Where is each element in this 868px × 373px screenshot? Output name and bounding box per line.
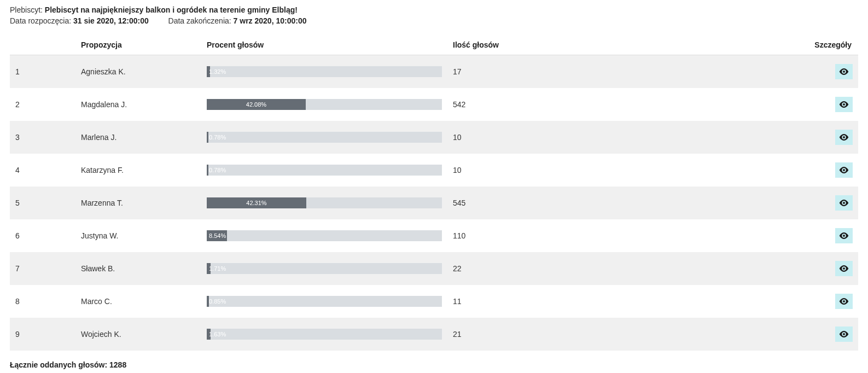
- total-votes: Łącznie oddanych głosów: 1288: [10, 360, 858, 369]
- row-details-cell: [809, 186, 858, 219]
- row-details-cell: [809, 154, 858, 186]
- progress-bar: 8.54%: [207, 230, 442, 241]
- row-rank: 6: [10, 219, 75, 252]
- total-value: 1288: [109, 360, 126, 369]
- row-rank: 1: [10, 55, 75, 89]
- row-votes: 22: [447, 252, 809, 285]
- results-table: Propozycja Procent głosów Ilość głosów S…: [10, 35, 858, 351]
- details-button[interactable]: [835, 327, 853, 342]
- progress-bar-label: 0.85%: [209, 298, 226, 305]
- total-label: Łącznie oddanych głosów:: [10, 360, 107, 369]
- row-percent-cell: 42.31%: [201, 186, 447, 219]
- row-details-cell: [809, 121, 858, 154]
- row-details-cell: [809, 88, 858, 121]
- details-button[interactable]: [835, 64, 853, 79]
- row-rank: 4: [10, 154, 75, 186]
- details-button[interactable]: [835, 162, 853, 178]
- progress-bar: 42.31%: [207, 197, 442, 208]
- progress-bar-fill: [207, 165, 208, 176]
- eye-icon: [839, 134, 849, 141]
- row-rank: 2: [10, 88, 75, 121]
- progress-bar: 0.78%: [207, 165, 442, 176]
- row-name: Marlena J.: [75, 121, 201, 154]
- progress-bar-label: 42.31%: [246, 200, 266, 206]
- row-percent-cell: 0.78%: [201, 121, 447, 154]
- row-details-cell: [809, 219, 858, 252]
- col-votes-header: Ilość głosów: [447, 35, 809, 55]
- progress-bar: 1.32%: [207, 66, 442, 77]
- row-votes: 17: [447, 55, 809, 89]
- row-rank: 7: [10, 252, 75, 285]
- details-button[interactable]: [835, 261, 853, 276]
- row-details-cell: [809, 252, 858, 285]
- row-name: Justyna W.: [75, 219, 201, 252]
- table-row: 8Marco C.0.85%11: [10, 285, 858, 318]
- end-value: 7 wrz 2020, 10:00:00: [234, 16, 307, 25]
- row-votes: 10: [447, 121, 809, 154]
- row-name: Magdalena J.: [75, 88, 201, 121]
- col-name-header: Propozycja: [75, 35, 201, 55]
- row-name: Katarzyna F.: [75, 154, 201, 186]
- row-name: Marzenna T.: [75, 186, 201, 219]
- row-name: Marco C.: [75, 285, 201, 318]
- eye-icon: [839, 101, 849, 108]
- table-row: 6Justyna W.8.54%110: [10, 219, 858, 252]
- end-label: Data zakończenia:: [168, 16, 231, 25]
- eye-icon: [839, 298, 849, 305]
- eye-icon: [839, 200, 849, 206]
- start-label: Data rozpoczęcia:: [10, 16, 71, 25]
- table-row: 2Magdalena J.42.08%542: [10, 88, 858, 121]
- progress-bar-label: 1.71%: [209, 265, 226, 272]
- eye-icon: [839, 68, 849, 75]
- row-rank: 5: [10, 186, 75, 219]
- row-votes: 542: [447, 88, 809, 121]
- progress-bar: 0.78%: [207, 132, 442, 143]
- col-rank-header: [10, 35, 75, 55]
- eye-icon: [839, 331, 849, 337]
- table-row: 9Wojciech K.1.63%21: [10, 318, 858, 351]
- row-percent-cell: 0.85%: [201, 285, 447, 318]
- poll-title: Plebiscyt na najpiękniejszy balkon i ogr…: [45, 5, 298, 14]
- poll-title-line: Plebiscyt: Plebiscyt na najpiękniejszy b…: [10, 5, 858, 14]
- row-votes: 545: [447, 186, 809, 219]
- progress-bar-label: 1.63%: [209, 331, 226, 337]
- row-name: Wojciech K.: [75, 318, 201, 351]
- table-row: 7Sławek B.1.71%22: [10, 252, 858, 285]
- progress-bar: 42.08%: [207, 99, 442, 110]
- progress-bar: 1.71%: [207, 263, 442, 274]
- progress-bar-label: 1.32%: [209, 68, 226, 75]
- progress-bar: 0.85%: [207, 296, 442, 307]
- row-name: Sławek B.: [75, 252, 201, 285]
- row-votes: 21: [447, 318, 809, 351]
- details-button[interactable]: [835, 130, 853, 145]
- row-percent-cell: 0.78%: [201, 154, 447, 186]
- details-button[interactable]: [835, 195, 853, 211]
- row-votes: 110: [447, 219, 809, 252]
- details-button[interactable]: [835, 97, 853, 112]
- row-percent-cell: 8.54%: [201, 219, 447, 252]
- progress-bar-label: 8.54%: [209, 232, 226, 239]
- poll-dates-line: Data rozpoczęcia: 31 sie 2020, 12:00:00 …: [10, 16, 858, 25]
- progress-bar-label: 0.78%: [209, 134, 226, 141]
- progress-bar-label: 42.08%: [246, 101, 266, 108]
- row-details-cell: [809, 318, 858, 351]
- progress-bar-label: 0.78%: [209, 167, 226, 173]
- details-button[interactable]: [835, 294, 853, 309]
- row-percent-cell: 42.08%: [201, 88, 447, 121]
- row-details-cell: [809, 285, 858, 318]
- row-percent-cell: 1.63%: [201, 318, 447, 351]
- table-row: 3Marlena J.0.78%10: [10, 121, 858, 154]
- table-row: 5Marzenna T.42.31%545: [10, 186, 858, 219]
- row-votes: 11: [447, 285, 809, 318]
- details-button[interactable]: [835, 228, 853, 243]
- row-name: Agnieszka K.: [75, 55, 201, 89]
- row-percent-cell: 1.32%: [201, 55, 447, 89]
- progress-bar-fill: [207, 132, 208, 143]
- table-row: 4Katarzyna F.0.78%10: [10, 154, 858, 186]
- col-percent-header: Procent głosów: [201, 35, 447, 55]
- row-rank: 9: [10, 318, 75, 351]
- progress-bar: 1.63%: [207, 329, 442, 340]
- eye-icon: [839, 167, 849, 173]
- start-value: 31 sie 2020, 12:00:00: [73, 16, 149, 25]
- row-rank: 8: [10, 285, 75, 318]
